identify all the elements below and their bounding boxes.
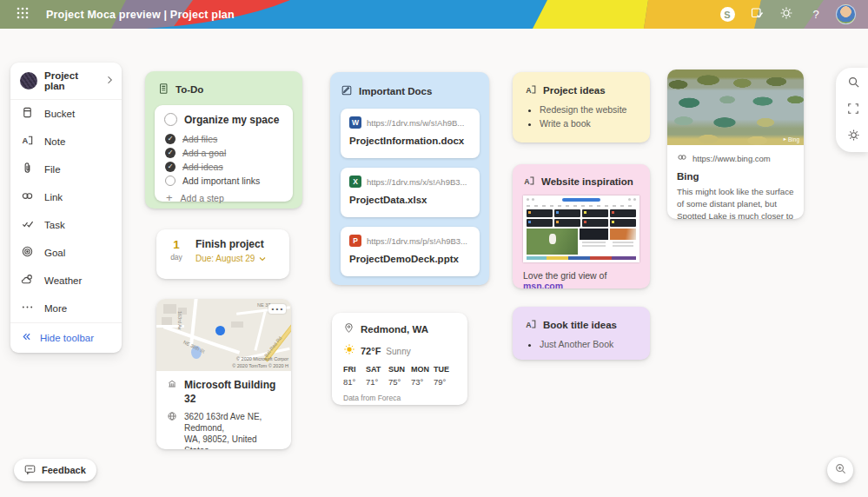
file-url: https://1drv.ms/x/s!Ah9B3... (367, 177, 467, 187)
doc-file-card[interactable]: P https://1drv.ms/p/s!Ah9B3... ProjectDe… (341, 227, 480, 276)
skype-button[interactable]: S (715, 3, 739, 26)
zoom-button[interactable] (827, 457, 853, 483)
todo-step[interactable]: ✓ Add files (164, 132, 286, 146)
map-road (254, 311, 266, 350)
toolbar-panel: Project plan Bucket A Note File Link Tas… (10, 63, 122, 353)
website-inspiration-note[interactable]: A Website inspiration Love the grid view… (513, 164, 650, 288)
doc-file-card[interactable]: X https://1drv.ms/x/s!Ah9B3... ProjectDa… (341, 168, 480, 217)
step-checked-icon[interactable]: ✓ (165, 148, 176, 158)
doc-file-card[interactable]: W https://1drv.ms/w/s!Ah9B... ProjectInf… (341, 109, 480, 158)
canvas-settings-button[interactable] (843, 126, 864, 147)
place-name: Microsoft Building 32 (184, 379, 281, 406)
svg-text:A: A (526, 321, 532, 329)
fullscreen-button[interactable] (843, 100, 864, 121)
feedback-button[interactable]: Feedback (14, 459, 96, 481)
note-caption: Love the grid view of msn.com (523, 270, 639, 288)
sidebar-item-goal[interactable]: Goal (10, 239, 122, 267)
bing-link-card[interactable]: ▸Bing https://www.bing.com Bing This mig… (667, 70, 804, 219)
sidebar-item-weather[interactable]: Weather (10, 267, 122, 295)
word-file-icon: W (349, 116, 361, 129)
todo-card[interactable]: To-Do Organize my space ✓ Add files ✓ Ad… (145, 71, 302, 209)
project-plan-menu[interactable]: Project plan (10, 63, 122, 100)
todo-main-task[interactable]: Organize my space (164, 113, 286, 126)
step-unchecked-icon[interactable] (165, 176, 176, 186)
note-title: Book title ideas (543, 320, 617, 330)
double-check-icon (21, 217, 34, 234)
todo-step[interactable]: Add important links (164, 174, 286, 188)
important-docs-card[interactable]: Important Docs W https://1drv.ms/w/s!Ah9… (330, 72, 489, 285)
account-button[interactable] (833, 3, 858, 26)
sidebar-item-bucket[interactable]: Bucket (10, 100, 122, 128)
weather-location: Redmond, WA (361, 324, 428, 335)
project-plan-label: Project plan (44, 70, 97, 91)
weather-card[interactable]: Redmond, WA 72°F Sunny FRI 81° SAT 71° S… (332, 313, 467, 405)
book-ideas-note[interactable]: A Book title ideas Just Another Book (513, 307, 650, 360)
plus-icon: + (166, 191, 173, 204)
map-building-block (162, 317, 172, 325)
todo-main-task-label: Organize my space (184, 114, 279, 126)
help-button[interactable]: ? (804, 3, 828, 26)
forecast-row: FRI 81° SAT 71° SUN 75° MON 73° TUE 79° (343, 365, 456, 387)
note-icon: A (21, 134, 34, 150)
svg-text:A: A (524, 177, 530, 186)
step-checked-icon[interactable]: ✓ (165, 162, 176, 172)
file-url: https://1drv.ms/w/s!Ah9B... (367, 118, 464, 128)
file-name: ProjectData.xlsx (349, 195, 471, 205)
todo-step-label: Add important links (182, 176, 260, 186)
map-image[interactable]: NE 37 163rd Av NE 36th St Bel-Red Rd • •… (156, 299, 291, 371)
help-icon: ? (812, 8, 818, 21)
todo-step[interactable]: ✓ Add a goal (164, 146, 286, 160)
todo-step-label: Add a goal (182, 148, 226, 158)
notes-button[interactable] (745, 3, 769, 26)
note-bullet-list: Redesign the website Write a book (525, 104, 638, 129)
add-step-label: Add a step (181, 193, 224, 203)
search-button[interactable] (843, 73, 864, 94)
project-ideas-note[interactable]: A Project ideas Redesign the website Wri… (513, 72, 650, 142)
search-icon (847, 76, 860, 91)
sidebar-item-label: Bucket (44, 109, 75, 119)
todo-list-icon (157, 83, 169, 96)
todo-card-title: To-Do (176, 84, 203, 95)
task-card[interactable]: 1 day Finish project Due: August 29 (156, 229, 289, 279)
settings-button[interactable] (774, 3, 798, 26)
map-more-button[interactable]: • • • (268, 304, 286, 314)
sidebar-item-file[interactable]: File (10, 156, 122, 183)
waffle-icon (17, 7, 29, 22)
todo-step[interactable]: ✓ Add ideas (164, 160, 286, 174)
task-checkbox-icon[interactable] (164, 113, 177, 126)
sidebar-item-label: File (44, 164, 61, 175)
forecast-day: FRI 81° (343, 365, 366, 387)
sidebar-item-link[interactable]: Link (10, 183, 122, 211)
forecast-day: SAT 71° (366, 365, 388, 387)
sidebar-item-more[interactable]: More (10, 295, 122, 322)
excel-file-icon: X (349, 176, 361, 188)
expand-icon (847, 103, 859, 117)
note-icon: A (523, 175, 535, 189)
sidebar-item-note[interactable]: A Note (10, 128, 122, 156)
paperclip-icon (21, 162, 34, 178)
place-address-row: 3620 163rd Ave NE, Redmond,WA, 98052, Un… (167, 411, 281, 449)
website-screenshot (523, 195, 639, 262)
forecast-day: MON 73° (411, 365, 434, 387)
todo-step-label: Add files (182, 134, 217, 144)
place-card[interactable]: NE 37 163rd Av NE 36th St Bel-Red Rd • •… (156, 299, 291, 449)
app-launcher-button[interactable] (10, 3, 35, 26)
hide-toolbar-label: Hide toolbar (40, 333, 94, 343)
svg-text:A: A (526, 86, 532, 95)
sidebar-item-task[interactable]: Task (10, 211, 122, 239)
link-icon (677, 152, 687, 164)
hide-toolbar-button[interactable]: Hide toolbar (10, 322, 122, 353)
add-step-button[interactable]: + Add a step (164, 191, 286, 204)
bing-preview-image: ▸Bing (667, 70, 804, 145)
due-date-dropdown[interactable]: Due: August 29 (195, 254, 266, 263)
building-icon (167, 379, 177, 392)
note-icon: A (525, 318, 537, 332)
note-icon: A (525, 83, 537, 97)
days-remaining-count: 1 (167, 238, 186, 251)
docs-card-title: Important Docs (359, 86, 432, 96)
bing-url[interactable]: https://www.bing.com (692, 154, 771, 163)
step-checked-icon[interactable]: ✓ (165, 134, 176, 144)
note-bullet: Write a book (540, 118, 638, 129)
msn-link[interactable]: msn.com (523, 281, 563, 288)
magnifier-plus-icon (834, 462, 847, 478)
